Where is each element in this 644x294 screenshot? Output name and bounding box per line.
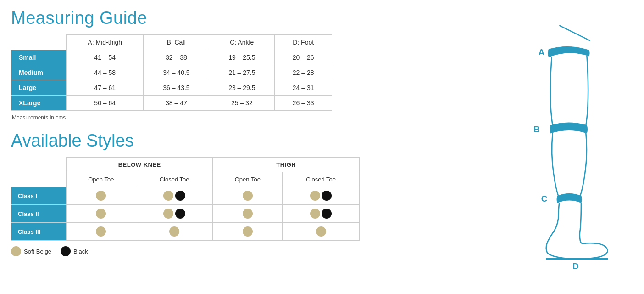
section-title: Available Styles bbox=[11, 131, 505, 151]
measuring-table: A: Mid-thigh B: Calf C: Ankle D: Foot Sm… bbox=[11, 34, 332, 111]
class-ii-bk-closed bbox=[136, 205, 213, 223]
dot-black bbox=[175, 191, 185, 201]
small-foot: 20 – 26 bbox=[275, 50, 332, 65]
below-knee-header: BELOW KNEE bbox=[67, 158, 213, 172]
legend-black: Black bbox=[61, 246, 88, 256]
small-ankle: 19 – 25.5 bbox=[209, 50, 275, 65]
sub-open-toe-2: Open Toe bbox=[213, 172, 283, 187]
empty-header bbox=[11, 35, 67, 50]
sub-closed-toe-2: Closed Toe bbox=[283, 172, 360, 187]
col-calf: B: Calf bbox=[144, 35, 209, 50]
class-ii-bk-open bbox=[67, 205, 136, 223]
svg-text:A: A bbox=[539, 47, 544, 57]
svg-line-0 bbox=[559, 25, 590, 40]
table-row: Large 47 – 61 36 – 43.5 23 – 29.5 24 – 3… bbox=[11, 80, 332, 96]
svg-text:D: D bbox=[572, 261, 578, 271]
dot-beige bbox=[96, 226, 106, 237]
large-foot: 24 – 31 bbox=[275, 80, 332, 96]
sub-open-toe-1: Open Toe bbox=[67, 172, 136, 187]
xlarge-calf: 38 – 47 bbox=[144, 96, 209, 111]
medium-foot: 22 – 28 bbox=[275, 65, 332, 80]
small-calf: 32 – 38 bbox=[144, 50, 209, 65]
legend-black-label: Black bbox=[73, 248, 88, 255]
medium-mid-thigh: 44 – 58 bbox=[67, 65, 144, 80]
small-mid-thigh: 41 – 54 bbox=[67, 50, 144, 65]
page-title: Measuring Guide bbox=[11, 8, 505, 28]
class-iii-bk-open bbox=[67, 223, 136, 241]
medium-ankle: 21 – 27.5 bbox=[209, 65, 275, 80]
large-mid-thigh: 47 – 61 bbox=[67, 80, 144, 96]
size-large: Large bbox=[11, 80, 67, 96]
dot-beige bbox=[243, 191, 253, 201]
size-medium: Medium bbox=[11, 65, 67, 80]
xlarge-mid-thigh: 50 – 64 bbox=[67, 96, 144, 111]
class-iii-bk-closed bbox=[136, 223, 213, 241]
table-row: Medium 44 – 58 34 – 40.5 21 – 27.5 22 – … bbox=[11, 65, 332, 80]
empty-corner2 bbox=[11, 172, 67, 187]
col-mid-thigh: A: Mid-thigh bbox=[67, 35, 144, 50]
xlarge-ankle: 25 – 32 bbox=[209, 96, 275, 111]
styles-table: BELOW KNEE THIGH Open Toe Closed Toe Ope… bbox=[11, 157, 360, 241]
empty-corner bbox=[11, 158, 67, 172]
dot-beige bbox=[96, 209, 106, 219]
measurements-note: Measurements in cms bbox=[11, 114, 505, 121]
col-ankle: C: Ankle bbox=[209, 35, 275, 50]
class-i-label: Class I bbox=[11, 187, 67, 205]
legend-dot-black bbox=[61, 246, 71, 256]
legend-beige: Soft Beige bbox=[11, 246, 51, 256]
svg-text:C: C bbox=[541, 194, 547, 204]
medium-calf: 34 – 40.5 bbox=[144, 65, 209, 80]
class-iii-row: Class III bbox=[11, 223, 360, 241]
col-foot: D: Foot bbox=[275, 35, 332, 50]
large-calf: 36 – 43.5 bbox=[144, 80, 209, 96]
dot-beige bbox=[96, 191, 106, 201]
table-row: Small 41 – 54 32 – 38 19 – 25.5 20 – 26 bbox=[11, 50, 332, 65]
dot-black bbox=[322, 191, 332, 201]
class-ii-row: Class II bbox=[11, 205, 360, 223]
thigh-header: THIGH bbox=[213, 158, 360, 172]
leg-diagram: A B C D bbox=[514, 21, 624, 278]
dot-beige bbox=[169, 226, 179, 237]
legend-beige-label: Soft Beige bbox=[24, 248, 51, 255]
dot-beige bbox=[163, 209, 173, 219]
size-small: Small bbox=[11, 50, 67, 65]
dot-beige bbox=[310, 191, 320, 201]
large-ankle: 23 – 29.5 bbox=[209, 80, 275, 96]
class-i-bk-open bbox=[67, 187, 136, 205]
legend-dot-beige bbox=[11, 246, 21, 256]
class-i-row: Class I bbox=[11, 187, 360, 205]
legend: Soft Beige Black bbox=[11, 246, 505, 256]
class-i-bk-closed bbox=[136, 187, 213, 205]
class-ii-thigh-open bbox=[213, 205, 283, 223]
dot-black bbox=[175, 209, 185, 219]
sub-closed-toe-1: Closed Toe bbox=[136, 172, 213, 187]
table-row: XLarge 50 – 64 38 – 47 25 – 32 26 – 33 bbox=[11, 96, 332, 111]
class-ii-label: Class II bbox=[11, 205, 67, 223]
dot-beige bbox=[243, 226, 253, 237]
class-i-thigh-closed bbox=[283, 187, 360, 205]
right-diagram: A B C D bbox=[505, 8, 633, 286]
xlarge-foot: 26 – 33 bbox=[275, 96, 332, 111]
class-iii-label: Class III bbox=[11, 223, 67, 241]
class-iii-thigh-open bbox=[213, 223, 283, 241]
class-i-thigh-open bbox=[213, 187, 283, 205]
dot-beige bbox=[243, 209, 253, 219]
svg-text:B: B bbox=[533, 124, 539, 134]
dot-beige bbox=[310, 209, 320, 219]
dot-beige bbox=[163, 191, 173, 201]
left-content: Measuring Guide A: Mid-thigh B: Calf C: … bbox=[11, 8, 505, 286]
dot-beige bbox=[316, 226, 326, 237]
size-xlarge: XLarge bbox=[11, 96, 67, 111]
class-ii-thigh-closed bbox=[283, 205, 360, 223]
dot-black bbox=[322, 209, 332, 219]
class-iii-thigh-closed bbox=[283, 223, 360, 241]
